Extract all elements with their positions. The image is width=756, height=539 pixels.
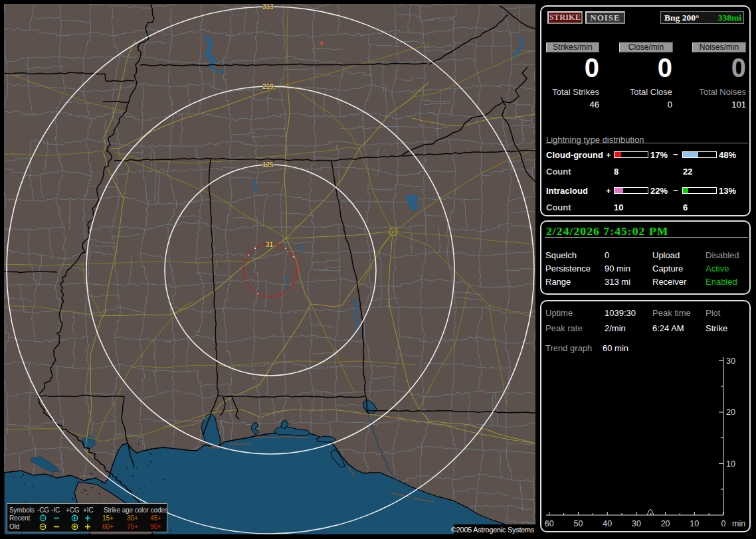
svg-text:30: 30 [726,356,735,366]
svg-text:50: 50 [574,519,583,528]
svg-text:20: 20 [726,408,735,417]
svg-text:31: 31 [266,241,274,248]
svg-text:10: 10 [726,459,735,469]
svg-text:10: 10 [690,519,699,528]
svg-text:40: 40 [603,519,612,528]
svg-text:0: 0 [721,519,726,528]
svg-text:20: 20 [661,519,670,528]
svg-text:min: min [732,519,745,528]
svg-text:313: 313 [262,4,274,11]
svg-text:60: 60 [545,519,554,528]
svg-text:30: 30 [632,519,641,528]
svg-text:125: 125 [262,161,274,169]
svg-text:219: 219 [262,83,274,90]
